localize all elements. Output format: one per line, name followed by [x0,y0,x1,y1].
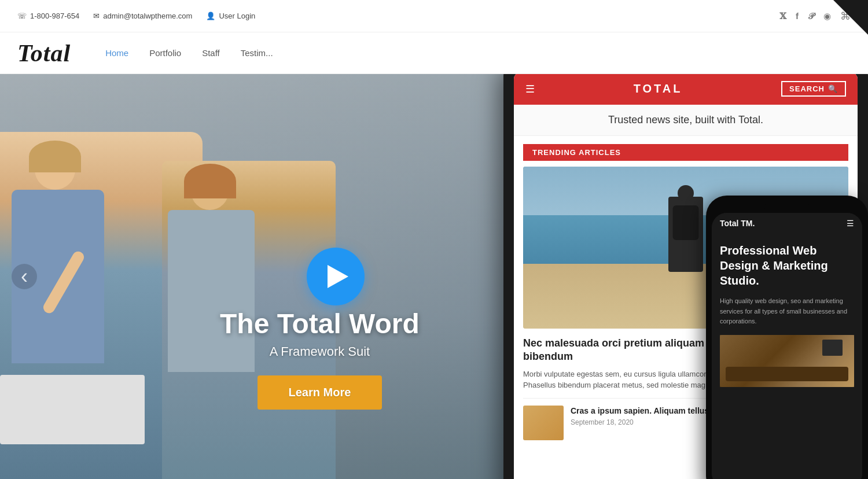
play-button[interactable] [307,248,365,305]
email-address: admin@totalwptheme.com [103,12,192,20]
user-icon: 👤 [206,12,215,20]
twitter-link[interactable]: 𝕏 [779,11,786,21]
nav-staff[interactable]: Staff [202,48,220,58]
phone-menu-icon[interactable]: ☰ [847,219,854,228]
phone-brand: Total TM. [720,219,755,228]
tablet-secondary-thumbnail [523,406,564,440]
trending-bar: TRENDING ARTICLES [523,144,848,161]
email-icon: ✉ [93,12,100,20]
email-contact[interactable]: ✉ admin@totalwptheme.com [93,12,192,20]
topbar-left: ☏ 1-800-987-654 ✉ admin@totalwptheme.com… [17,12,255,20]
tablet-menu-icon[interactable]: ☰ [525,83,535,95]
main-nav: Home Portfolio Staff Testim... [105,48,273,58]
phone-screen: Total TM. ☰ Professional Web Design & Ma… [712,213,862,479]
social-links: 𝕏 f 𝒫 ◉ ⌘ [779,10,851,23]
beach-person-head [678,185,694,201]
nav-home[interactable]: Home [105,48,128,58]
tablet-header: ☰ TOTAL SEARCH 🔍 [514,74,858,105]
phone-content: Professional Web Design & Marketing Stud… [712,234,862,479]
tablet-search-button[interactable]: SEARCH 🔍 [781,81,846,97]
nav-portfolio[interactable]: Portfolio [149,48,181,58]
slider-prev-button[interactable]: ‹ [12,264,37,289]
hero-title: The Total Word [220,309,420,340]
phone-mockup: Total TM. ☰ Professional Web Design & Ma… [706,196,868,479]
phone-notch [764,204,810,209]
beach-person-silhouette [668,197,703,272]
user-login[interactable]: 👤 User Login [206,12,255,20]
phone-contact[interactable]: ☏ 1-800-987-654 [17,12,79,20]
phone-image [720,335,854,387]
discord-link[interactable]: ◉ [823,11,831,21]
tablet-tagline: Trusted news site, built with Total. [514,105,858,136]
tablet-search-label: SEARCH [789,84,825,93]
facebook-link[interactable]: f [796,11,799,21]
hero-subtitle: A Framework Suit [220,344,420,359]
hero-section: ‹ The Total Word A Framework Suit Learn … [0,74,868,479]
header: Total Home Portfolio Staff Testim... [0,32,868,74]
hero-text-block: The Total Word A Framework Suit Learn Mo… [220,309,420,410]
phone-number: 1-800-987-654 [30,12,79,20]
topbar: ☏ 1-800-987-654 ✉ admin@totalwptheme.com… [0,0,868,32]
search-icon: 🔍 [828,84,838,93]
site-logo[interactable]: Total [17,39,71,67]
pinterest-link[interactable]: 𝒫 [808,11,814,21]
login-label: User Login [219,12,255,20]
nav-testimonials[interactable]: Testim... [241,48,273,58]
tablet-brand: TOTAL [535,82,781,95]
phone-nav: Total TM. ☰ [712,213,862,234]
phone-body: High quality web design, seo and marketi… [720,296,854,327]
phone-headline: Professional Web Design & Marketing Stud… [720,243,854,288]
learn-more-button[interactable]: Learn More [258,375,382,410]
phone-icon: ☏ [17,12,27,20]
